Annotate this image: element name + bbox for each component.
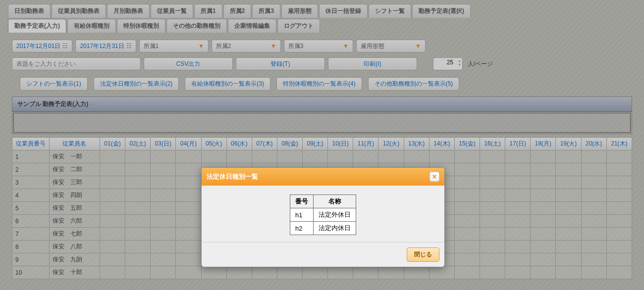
close-button[interactable]: 閉じる [407, 247, 439, 262]
dialog-row: h1法定外休日 [290, 208, 356, 222]
dialog-table: 番号名称 h1法定外休日h2法定内休日 [290, 194, 356, 235]
close-icon[interactable]: ✕ [429, 172, 439, 182]
dialog-row: h2法定内休日 [290, 222, 356, 235]
dialog-col-code: 番号 [290, 195, 314, 208]
dialog-title: 法定休日種別一覧 [207, 172, 258, 181]
dialog-col-name: 名称 [314, 195, 356, 208]
holiday-type-dialog: 法定休日種別一覧 ✕ 番号名称 h1法定外休日h2法定内休日 閉じる [201, 167, 445, 267]
